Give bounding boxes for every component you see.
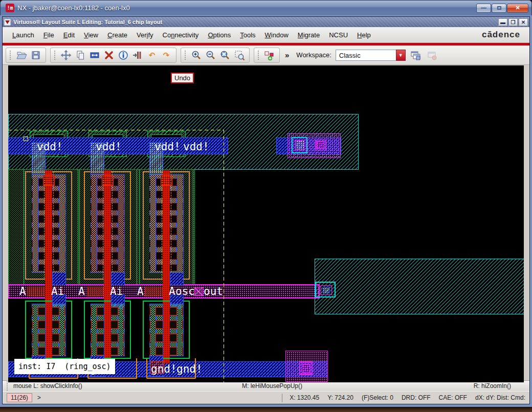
net-label-vdd: vdd!: [183, 141, 209, 153]
net-label-osc-out-post: out: [204, 285, 223, 297]
nx-minimize-button[interactable]: —: [476, 4, 491, 13]
cursor-x-readout: X: 1320.45: [290, 394, 319, 401]
menu-tools[interactable]: Tools: [235, 29, 260, 41]
workspace-combobox[interactable]: Classic ▼: [336, 50, 406, 61]
toolbar-grip[interactable]: [10, 51, 12, 60]
net-label-ai: Ai: [110, 285, 123, 297]
gnd-via-pad: [285, 351, 327, 381]
toolbar-overflow-chevron[interactable]: »: [284, 51, 290, 59]
status-bar: 11(26) > X: 1320.45 Y: 724.20 (F)Select:…: [3, 391, 529, 404]
net-label-a: A: [19, 285, 26, 297]
statusbar-grip[interactable]: [7, 381, 9, 391]
create-via-icon[interactable]: [263, 49, 276, 61]
delta-readout: dX: dY: Dist: Cmd:: [475, 394, 525, 401]
nx-maximize-button[interactable]: [492, 4, 506, 13]
virtuoso-window: Virtuoso® Layout Suite L Editing: Tutori…: [2, 16, 530, 404]
workspace-selected-value[interactable]: Classic: [336, 50, 396, 61]
mouse-right-binding: R: hiZoomIn(): [474, 382, 525, 390]
net-label-a: A: [169, 285, 175, 297]
net-label-vdd: vdd!: [96, 141, 122, 153]
menu-verify[interactable]: Verify: [132, 29, 158, 41]
nx-window-title: NX - jbaker@coen-lx0:1182 - coen-lx0: [17, 4, 476, 12]
save-icon[interactable]: [30, 49, 42, 61]
nx-close-button[interactable]: ✕: [507, 4, 528, 13]
pin-icon[interactable]: [131, 49, 144, 61]
copy-icon[interactable]: [74, 49, 86, 61]
redo-icon[interactable]: ↷: [160, 49, 172, 61]
instance-info-tooltip: inst: I7 (ring_osc): [14, 359, 115, 374]
virtuoso-close-button[interactable]: ✕: [519, 18, 528, 26]
toolbar-grip[interactable]: [185, 51, 187, 60]
stretch-icon[interactable]: [88, 49, 101, 61]
menu-window[interactable]: Window: [260, 29, 293, 41]
net-label-osc-out-pre: osc: [175, 285, 195, 297]
vdd-via-pad: [287, 133, 340, 157]
nx-window-body: Virtuoso® Layout Suite L Editing: Tutori…: [0, 15, 532, 407]
workspace-label: Workspace:: [296, 51, 331, 59]
net-label-gnd: gnd!: [176, 363, 203, 375]
desktop-strip: [0, 407, 532, 412]
net-label-vdd: vdd!: [154, 141, 181, 153]
menu-connectivity[interactable]: Connectivity: [158, 29, 204, 41]
undo-banner: Undo: [171, 73, 193, 83]
menu-file[interactable]: File: [39, 29, 59, 41]
save-workspace-icon[interactable]: [410, 49, 422, 61]
cursor-y-readout: Y: 724.20: [327, 394, 353, 401]
menu-view[interactable]: View: [79, 29, 103, 41]
net-label-gnd: gnd!: [151, 363, 177, 375]
toolbar-grip[interactable]: [258, 51, 260, 60]
virtuoso-minimize-button[interactable]: ▬: [498, 18, 507, 26]
menu-help[interactable]: Help: [352, 29, 375, 41]
main-toolbar: ↶ ↷: [3, 45, 529, 65]
properties-icon[interactable]: [117, 49, 129, 61]
move-icon[interactable]: [60, 49, 72, 61]
transistor-columns: [26, 142, 195, 378]
message-count-badge[interactable]: 11(26): [7, 393, 32, 402]
toolbar-grip[interactable]: [54, 51, 56, 60]
undo-icon[interactable]: ↶: [146, 49, 158, 61]
net-label-a: A: [78, 285, 85, 297]
menu-bar: LaunchFileEditViewCreateVerifyConnectivi…: [3, 27, 529, 43]
canvas-frame: vdd! vdd! vdd! vdd! A Ai A Ai A A osc ou…: [3, 65, 529, 380]
select-count: (F)Select: 0: [362, 394, 393, 401]
zoom-in-icon[interactable]: [190, 49, 203, 61]
toolbar-group-create: [254, 48, 280, 63]
zoom-to-selected-icon[interactable]: [233, 49, 246, 61]
toolbar-group-zoom: [181, 48, 250, 63]
toolbar-group-edit: ↶ ↷: [50, 48, 176, 63]
workspace-dropdown-arrow[interactable]: ▼: [396, 50, 406, 61]
zoom-out-icon[interactable]: [205, 49, 217, 61]
menu-launch[interactable]: Launch: [8, 29, 39, 41]
virtuoso-app-icon: [4, 19, 11, 26]
cae-status: CAE: OFF: [439, 394, 467, 401]
net-label-vdd: vdd!: [37, 141, 63, 153]
layout-drawing: vdd! vdd! vdd! vdd! A Ai A Ai A A osc ou…: [8, 65, 524, 382]
revert-workspace-icon[interactable]: [426, 49, 438, 61]
cadence-logo: cādence: [482, 30, 524, 40]
layout-canvas[interactable]: vdd! vdd! vdd! vdd! A Ai A Ai A A osc ou…: [8, 65, 524, 382]
virtuoso-restore-button[interactable]: ❐: [508, 18, 518, 26]
net-label-a: A: [137, 285, 144, 297]
virtuoso-titlebar[interactable]: Virtuoso® Layout Suite L Editing: Tutori…: [3, 17, 529, 27]
toolbar-group-file: [6, 48, 46, 63]
menu-create[interactable]: Create: [103, 29, 132, 41]
menu-ncsu[interactable]: NCSU: [324, 29, 352, 41]
mouse-left-binding: mouse L: showClickInfo(): [13, 382, 82, 390]
zoom-to-fit-icon[interactable]: [219, 49, 231, 61]
mouse-middle-binding: M: leHiMousePopUp(): [242, 382, 474, 390]
delete-icon[interactable]: [103, 49, 115, 61]
drd-status: DRD: OFF: [402, 394, 431, 401]
virtuoso-window-title: Virtuoso® Layout Suite L Editing: Tutori…: [13, 19, 497, 25]
nx-session-window: !m NX - jbaker@coen-lx0:1182 - coen-lx0 …: [0, 0, 532, 412]
menu-items: LaunchFileEditViewCreateVerifyConnectivi…: [8, 29, 375, 41]
net-label-ai: Ai: [51, 285, 64, 297]
open-icon[interactable]: [15, 49, 28, 61]
nx-app-icon: !m: [6, 4, 14, 12]
menu-migrate[interactable]: Migrate: [293, 29, 324, 41]
nx-titlebar[interactable]: !m NX - jbaker@coen-lx0:1182 - coen-lx0 …: [0, 0, 532, 15]
menu-options[interactable]: Options: [203, 29, 235, 41]
osc-out-pin-marker: [194, 287, 203, 295]
menu-edit[interactable]: Edit: [59, 29, 79, 41]
command-prompt[interactable]: >: [37, 394, 99, 401]
